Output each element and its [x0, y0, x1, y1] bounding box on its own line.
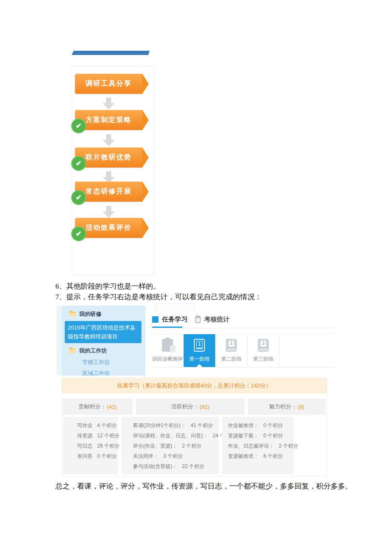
- tab-task-learning[interactable]: 任务学习: [152, 315, 187, 324]
- stage-tab-label: 第二阶段: [221, 356, 242, 363]
- cropped-ui-fragment: [156, 304, 195, 312]
- stage-tab-phase-3[interactable]: 3 第三阶段: [248, 334, 280, 367]
- points-header-label: 魅力积分：: [269, 403, 297, 410]
- points-header-total: (8): [298, 404, 305, 410]
- tab-assessment-stats[interactable]: 考核统计: [195, 315, 230, 324]
- points-col-activity: 看课(20分钟1个积分)：41 个积分 评论(课程、作业、日志、问答)：24 个…: [121, 417, 219, 474]
- points-row: 关注同伴：3 个积分: [133, 451, 219, 461]
- check-icon: ✔: [71, 190, 86, 205]
- folder-icon: [69, 349, 76, 353]
- flow-stage-plan-strategy: ✔ 方案制定策略: [75, 110, 142, 130]
- sidebar-item-project-selected[interactable]: 2015年广西区培信息技术县级指导教师培训项目: [65, 321, 141, 343]
- blue-square-icon: [152, 316, 159, 323]
- points-table-body-row: 写作业4 个积分 传资源12 个积分 写日志26 个积分 发问答0 个积分 看课…: [62, 417, 327, 474]
- folder-icon: [69, 312, 76, 317]
- points-row: 看课(20分钟1个积分)：41 个积分: [133, 420, 219, 431]
- points-row: 评论(课程、作业、日志、问答)：24 个积分: [133, 431, 219, 441]
- check-icon: ✔: [71, 156, 86, 171]
- flow-stage-label: 联片教研优势: [86, 153, 132, 162]
- points-row: 作业、日志被评论：2 个积分: [228, 441, 294, 451]
- points-table-title: 拓展学习（累计最高折合项目成绩40分，总累计积分：142分）: [62, 378, 327, 393]
- stage-tab-phase-1[interactable]: 1 第一阶段: [184, 334, 216, 367]
- check-icon: ✔: [71, 226, 86, 241]
- sidebar-group-label: 我的研修: [79, 310, 101, 318]
- check-icon: ✔: [71, 119, 86, 133]
- sidebar-group-my-training[interactable]: 我的研修: [69, 310, 101, 318]
- stage-tab-label: 训前诊断测评: [152, 356, 183, 363]
- stage-row-filler: [280, 334, 335, 367]
- tab-label: 任务学习: [162, 315, 187, 324]
- stage-tab-pre-test[interactable]: 训前诊断测评: [152, 334, 184, 367]
- points-row: 评分(作业、资源)：2 个积分: [133, 441, 219, 451]
- flow-stage-normal-training: ✔ 常态研修开展: [75, 182, 142, 202]
- sidebar: 我的研修 2015年广西区培信息技术县级指导教师培训项目 我的工作坊 学校工作坊…: [57, 306, 145, 376]
- points-header-total: (42): [107, 404, 117, 410]
- sidebar-item-school-workshop[interactable]: 学校工作坊: [82, 358, 110, 366]
- flow-stage-label: 方案制定策略: [86, 116, 132, 124]
- points-row: 传资源12 个积分: [77, 431, 118, 441]
- points-row: 参与活动(含答疑)：22 个积分: [133, 461, 219, 471]
- flow-stage-label: 调研工具分享: [86, 79, 132, 88]
- stage-tabs-row: 训前诊断测评 1 第一阶段 2 第二阶段 3 第三阶段: [152, 334, 335, 367]
- flow-stage-label: 活动效果评价: [86, 223, 132, 232]
- tab-separator: [188, 317, 188, 324]
- flowchart-panel: 调研工具分享 ✔ 方案制定策略 ✔ 联片教研优势 ✔ 常态研修开展 ✔ 活动效果…: [72, 66, 154, 276]
- points-table: 拓展学习（累计最高折合项目成绩40分，总累计积分：142分） 贡献积分： (42…: [61, 378, 327, 477]
- arrow-down-icon: [103, 206, 115, 218]
- points-header-charm: 魅力积分： (8): [248, 399, 326, 415]
- points-header-total: (92): [199, 404, 209, 410]
- sidebar-item-region-workshop[interactable]: 区域工作坊: [82, 370, 110, 376]
- points-col-contribution: 写作业4 个积分 传资源12 个积分 写日志26 个积分 发问答0 个积分: [63, 417, 118, 474]
- sidebar-group-my-workshop[interactable]: 我的工作坊: [69, 347, 107, 355]
- clipboard-icon: [162, 339, 173, 352]
- book-number: 2: [229, 341, 234, 347]
- points-header-contribution: 贡献积分： (42): [63, 399, 133, 415]
- doc-text-footer: 总之，看课，评论，评分，写作业，传资源，写日志，一个都不能少，多多回复，积分多多…: [55, 481, 388, 491]
- points-header-label: 活跃积分：: [171, 403, 199, 410]
- book-number: 1: [196, 341, 203, 348]
- book-icon: 3: [258, 339, 269, 352]
- points-header-label: 贡献积分：: [78, 403, 106, 410]
- points-row: 作业被推优：0 个积分: [228, 420, 294, 431]
- flow-stage-joint-research: ✔ 联片教研优势: [75, 147, 142, 168]
- doc-text-line-6: 6、其他阶段的学习也是一样的。: [55, 281, 354, 292]
- points-row: 发问答0 个积分: [77, 451, 118, 461]
- flow-stage-label: 常态研修开展: [86, 187, 132, 196]
- flow-stage-effect-evaluation: ✔ 活动效果评价: [75, 218, 142, 238]
- flow-stage-survey-tools: 调研工具分享: [75, 74, 142, 94]
- points-row: 资源被推优：6 个积分: [228, 451, 294, 461]
- book-number: 3: [261, 341, 266, 347]
- stage-tab-label: 第三阶段: [253, 356, 274, 363]
- book-icon: 2: [226, 339, 237, 352]
- points-row: 写作业4 个积分: [77, 420, 118, 431]
- arrow-down-icon: [103, 98, 115, 110]
- tab-baseline-divider: [152, 328, 335, 328]
- doc-text-line-7: 7、提示，任务学习右边是考核统计，可以看见自己完成的情况：: [55, 292, 354, 302]
- cropped-blue-header-bar: [72, 51, 150, 55]
- stage-tab-label: 第一阶段: [189, 356, 210, 363]
- sidebar-group-label: 我的工作坊: [79, 347, 107, 355]
- points-row: 资源被下载：0 个积分: [228, 431, 294, 441]
- arrow-down-icon: [103, 134, 115, 146]
- points-col-charm: 作业被推优：0 个积分 资源被下载：0 个积分 作业、日志被评论：2 个积分 资…: [222, 417, 294, 474]
- points-header-activity: 活跃积分： (92): [136, 399, 245, 415]
- book-icon: 1: [194, 339, 205, 352]
- clipboard-icon: [195, 316, 201, 323]
- points-row: 写日志26 个积分: [77, 441, 118, 451]
- tab-label: 考核统计: [204, 315, 230, 324]
- stage-tab-phase-2[interactable]: 2 第二阶段: [216, 334, 248, 367]
- points-table-header-row: 贡献积分： (42) 活跃积分： (92) 魅力积分： (8): [62, 399, 327, 415]
